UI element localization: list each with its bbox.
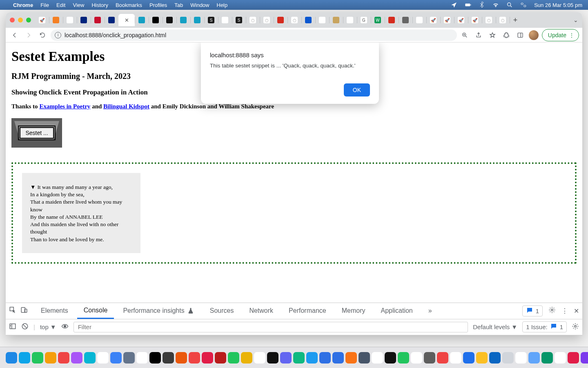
dock-app[interactable]	[398, 352, 409, 364]
browser-tab[interactable]: 🚀	[35, 14, 49, 26]
dock-app[interactable]	[581, 352, 588, 364]
dock-app[interactable]	[502, 352, 514, 364]
devtools-tab-performance[interactable]: Performance	[282, 303, 333, 319]
dock-app[interactable]	[202, 352, 213, 364]
dock-app[interactable]	[71, 352, 82, 364]
menu-view[interactable]: View	[73, 2, 84, 8]
menu-bookmarks[interactable]: Bookmarks	[116, 2, 142, 8]
browser-tab[interactable]	[385, 14, 399, 26]
window-zoom-button[interactable]	[26, 18, 31, 22]
link-examples-in-poetry[interactable]: Examples in Poetry	[39, 103, 90, 110]
browser-tab[interactable]: W	[371, 14, 385, 26]
dock-app[interactable]	[215, 352, 226, 364]
dock-app[interactable]	[97, 352, 109, 364]
control-center-icon[interactable]	[520, 2, 527, 8]
window-close-button[interactable]	[10, 18, 15, 22]
dock-app[interactable]	[84, 352, 96, 364]
browser-tab[interactable]	[105, 14, 118, 26]
browser-tab[interactable]: ◌	[482, 14, 496, 26]
live-expression-icon[interactable]	[61, 323, 69, 331]
browser-tab[interactable]	[49, 14, 63, 26]
location-icon[interactable]	[451, 2, 457, 8]
dock-app[interactable]	[241, 352, 252, 364]
dock-app[interactable]	[293, 352, 305, 364]
sidepanel-icon[interactable]	[515, 30, 526, 40]
browser-tab[interactable]: 🚀	[426, 14, 440, 26]
dock-app[interactable]	[149, 352, 161, 364]
devtools-tab-memory[interactable]: Memory	[335, 303, 372, 319]
dock-app[interactable]	[228, 352, 239, 364]
zoom-icon[interactable]	[459, 30, 470, 40]
dock-app[interactable]	[528, 352, 540, 364]
dock-app[interactable]	[58, 352, 69, 364]
browser-tab[interactable]	[274, 14, 287, 26]
share-icon[interactable]	[473, 30, 484, 40]
dock-app[interactable]	[476, 352, 488, 364]
devtools-settings-icon[interactable]	[548, 306, 556, 315]
browser-tab[interactable]	[91, 14, 105, 26]
forward-button[interactable]	[23, 29, 34, 41]
browser-tab[interactable]	[412, 14, 426, 26]
browser-tab[interactable]	[149, 14, 163, 26]
dock-app[interactable]	[411, 352, 422, 364]
browser-tab[interactable]	[63, 14, 77, 26]
browser-tab[interactable]	[315, 14, 329, 26]
dock-app[interactable]	[189, 352, 200, 364]
dock-app[interactable]	[176, 352, 187, 364]
dock-app[interactable]	[489, 352, 501, 364]
menu-help[interactable]: Help	[217, 2, 228, 8]
devtools-tab-performance-insights[interactable]: Performance insights	[116, 303, 200, 319]
dock-app[interactable]	[555, 352, 566, 364]
reload-button[interactable]	[37, 29, 48, 41]
browser-tab[interactable]: 🚀	[454, 14, 468, 26]
browser-tab[interactable]: ◌	[287, 14, 301, 26]
sestet-button[interactable]: Sestet ...	[20, 127, 53, 139]
devtools-tab-more[interactable]: »	[422, 303, 439, 319]
browser-tab[interactable]	[135, 14, 149, 26]
new-tab-button[interactable]: +	[510, 16, 521, 25]
console-filter-input[interactable]	[74, 322, 468, 332]
dock-app[interactable]	[372, 352, 383, 364]
browser-tab[interactable]: ◌	[246, 14, 260, 26]
browser-tab[interactable]	[190, 14, 204, 26]
profile-avatar[interactable]	[529, 30, 539, 40]
menu-file[interactable]: File	[40, 2, 49, 8]
menu-profiles[interactable]: Profiles	[149, 2, 167, 8]
dock-app[interactable]	[345, 352, 357, 364]
devtools-tab-network[interactable]: Network	[243, 303, 280, 319]
browser-tab[interactable]: 🚀	[468, 14, 482, 26]
dock-app[interactable]	[45, 352, 56, 364]
browser-tab[interactable]	[77, 14, 91, 26]
bluetooth-icon[interactable]	[479, 2, 485, 8]
dock-app[interactable]	[463, 352, 474, 364]
dock-app[interactable]	[254, 352, 265, 364]
dock-app[interactable]	[568, 352, 579, 364]
dock-app[interactable]	[319, 352, 331, 364]
console-message-badge[interactable]: 1	[522, 305, 543, 316]
browser-tab[interactable]	[399, 14, 412, 26]
browser-tab[interactable]: S	[204, 14, 218, 26]
dock-app[interactable]	[541, 352, 553, 364]
poem-card[interactable]: ▼It was many and many a year ago, In a k…	[22, 173, 140, 253]
devtools-menu-icon[interactable]: ⋮	[561, 307, 568, 315]
browser-tab[interactable]	[218, 14, 232, 26]
dock-app[interactable]	[424, 352, 435, 364]
browser-tab[interactable]	[176, 14, 190, 26]
dock-app[interactable]	[359, 352, 370, 364]
console-sidebar-toggle-icon[interactable]	[9, 323, 16, 331]
dock-app[interactable]	[19, 352, 30, 364]
browser-tab[interactable]	[343, 14, 357, 26]
window-minimize-button[interactable]	[18, 18, 23, 22]
menu-tab[interactable]: Tab	[174, 2, 183, 8]
address-bar[interactable]: i localhost:8888/onclick_propagation.htm…	[51, 29, 457, 41]
devtools-tab-application[interactable]: Application	[374, 303, 419, 319]
dock-app[interactable]	[437, 352, 448, 364]
issues-badge[interactable]: 1 Issue: 1	[522, 321, 567, 332]
dock-app[interactable]	[6, 352, 17, 364]
dock-app[interactable]	[163, 352, 174, 364]
dock-app[interactable]	[110, 352, 122, 364]
dock-app[interactable]	[32, 352, 43, 364]
spotlight-icon[interactable]	[506, 2, 513, 8]
chrome-update-button[interactable]: Update ⋮	[542, 29, 579, 41]
wifi-icon[interactable]	[492, 2, 499, 8]
